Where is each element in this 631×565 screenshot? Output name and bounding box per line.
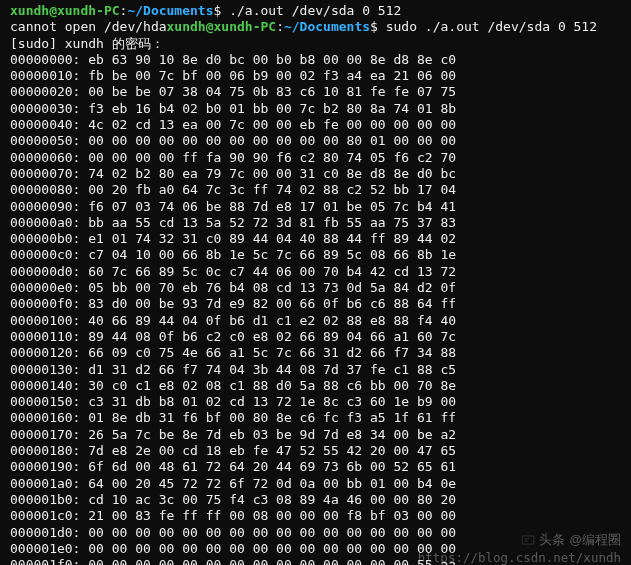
watermark-overlay: 头条 @编程圈 https://blog.csdn.net/xundh	[418, 533, 621, 566]
hexdump-row: 00000190: 6f 6d 00 48 61 72 64 20 44 69 …	[10, 459, 621, 475]
hexdump-row: 000001a0: 64 00 20 45 72 72 6f 72 0d 0a …	[10, 476, 621, 492]
hexdump-row: 000000d0: 60 7c 66 89 5c 0c c7 44 06 00 …	[10, 264, 621, 280]
hexdump-row: 000000f0: 83 d0 00 be 93 7d e9 82 00 66 …	[10, 296, 621, 312]
hexdump-row: 000000e0: 05 bb 00 70 eb 76 b4 08 cd 13 …	[10, 280, 621, 296]
output-text: cannot open /dev/hda	[10, 19, 167, 34]
hexdump-row: 00000160: 01 8e db 31 f6 bf 00 80 8e c6 …	[10, 410, 621, 426]
command-text: sudo ./a.out /dev/sda 0 512	[386, 19, 597, 34]
hexdump-row: 00000050: 00 00 00 00 00 00 00 00 00 00 …	[10, 133, 621, 149]
cwd: ~/Documents	[127, 3, 213, 18]
hexdump-row: 000000a0: bb aa 55 cd 13 5a 52 72 3d 81 …	[10, 215, 621, 231]
hexdump-row: 00000100: 40 66 89 44 04 0f b6 d1 c1 e2 …	[10, 313, 621, 329]
hexdump-row: 000001b0: cd 10 ac 3c 00 75 f4 c3 08 89 …	[10, 492, 621, 508]
command-text: ./a.out /dev/sda 0 512	[229, 3, 401, 18]
hexdump-row: 00000010: fb be 00 7c bf 00 06 b9 00 02 …	[10, 68, 621, 84]
hexdump-row: 000000b0: e1 01 74 32 31 c0 89 44 04 40 …	[10, 231, 621, 247]
svg-rect-2	[525, 541, 528, 542]
prompt-line-1[interactable]: xundh@xundh-PC:~/Documents$ ./a.out /dev…	[10, 3, 621, 19]
sudo-password-prompt: [sudo] xundh 的密码：	[10, 36, 621, 52]
watermark-user: @编程圈	[569, 533, 621, 548]
hexdump-row: 00000140: 30 c0 c1 e8 02 08 c1 88 d0 5a …	[10, 378, 621, 394]
hexdump-row: 00000070: 74 02 b2 80 ea 79 7c 00 00 31 …	[10, 166, 621, 182]
user-host: xundh@xundh-PC	[10, 3, 120, 18]
watermark-title: 头条	[539, 533, 565, 548]
svg-rect-1	[525, 538, 530, 539]
hexdump-row: 00000180: 7d e8 2e 00 cd 18 eb fe 47 52 …	[10, 443, 621, 459]
sep: $	[370, 19, 386, 34]
hexdump-row: 00000020: 00 be be 07 38 04 75 0b 83 c6 …	[10, 84, 621, 100]
hexdump-row: 00000170: 26 5a 7c be 8e 7d eb 03 be 9d …	[10, 427, 621, 443]
watermark-blog: https://blog.csdn.net/xundh	[418, 550, 621, 565]
hexdump-row: 00000090: f6 07 03 74 06 be 88 7d e8 17 …	[10, 199, 621, 215]
hexdump-row: 00000080: 00 20 fb a0 64 7c 3c ff 74 02 …	[10, 182, 621, 198]
svg-rect-0	[522, 536, 534, 544]
hexdump-row: 00000150: c3 31 db b8 01 02 cd 13 72 1e …	[10, 394, 621, 410]
cwd: ~/Documents	[284, 19, 370, 34]
user-host: xundh@xundh-PC	[167, 19, 277, 34]
hexdump-row: 00000030: f3 eb 16 b4 02 b0 01 bb 00 7c …	[10, 101, 621, 117]
toutiao-icon	[521, 533, 535, 547]
hexdump-row: 00000110: 89 44 08 0f b6 c2 c0 e8 02 66 …	[10, 329, 621, 345]
output-and-prompt[interactable]: cannot open /dev/hdaxundh@xundh-PC:~/Doc…	[10, 19, 621, 35]
hexdump-row: 00000060: 00 00 00 00 ff fa 90 90 f6 c2 …	[10, 150, 621, 166]
hexdump-row: 00000130: d1 31 d2 66 f7 74 04 3b 44 08 …	[10, 362, 621, 378]
hexdump-row: 00000040: 4c 02 cd 13 ea 00 7c 00 00 eb …	[10, 117, 621, 133]
sep: $	[214, 3, 230, 18]
colon: :	[276, 19, 284, 34]
hexdump-row: 000001c0: 21 00 83 fe ff ff 00 08 00 00 …	[10, 508, 621, 524]
hexdump-row: 00000000: eb 63 90 10 8e d0 bc 00 b0 b8 …	[10, 52, 621, 68]
hexdump-row: 00000120: 66 09 c0 75 4e 66 a1 5c 7c 66 …	[10, 345, 621, 361]
hexdump-row: 000000c0: c7 04 10 00 66 8b 1e 5c 7c 66 …	[10, 247, 621, 263]
